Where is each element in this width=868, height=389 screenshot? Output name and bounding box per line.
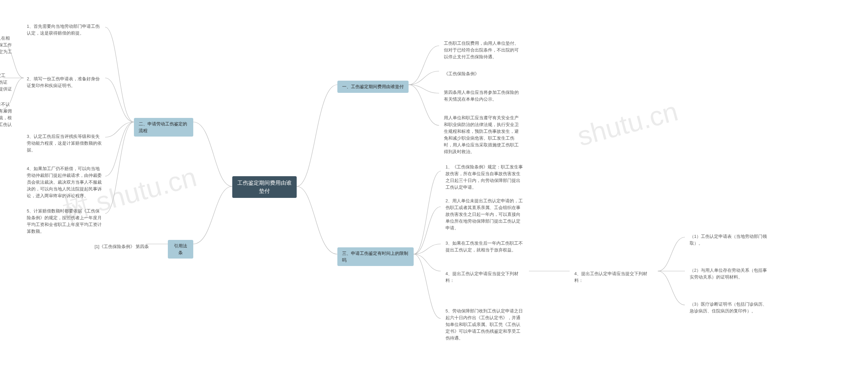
b2-leaf-3: 3、认定工伤后应当评残疾等级和丧失劳动能力程度，这是计算赔偿数额的依据。: [22, 130, 107, 156]
b3-leaf-3: 3、如果在工伤发生后一年内工伤职工不提出工伤认定，就相当于放弃权益。: [441, 237, 529, 256]
b2-leaf-5: 5、计算赔偿数额时都要依据《工伤保险条例》的规定，按照伤者上一年度月平均工资和全…: [22, 205, 107, 238]
branch-1: 一、工伤鉴定期间费用由谁垫付: [337, 81, 409, 93]
branch-law: 引用法条: [168, 240, 193, 259]
b2-sub2-1: （1）如果单位同意工伤就请法人在相关位置签字，盖单位公章。待社保工作人员调查后出…: [0, 32, 17, 65]
watermark: shutu.cn: [574, 96, 681, 152]
b2-sub2-3: （3）还有一种情况老板就是根本不认你是他的工人，就要先请你收集有雇佣关系的相关材…: [0, 98, 17, 138]
b3-sub4-3: （3）医疗诊断证明书（包括门诊病历、急诊病历、住院病历的复印件）。: [685, 298, 773, 317]
connector-lines: [0, 0, 868, 389]
b2-leaf-1: 1、首先需要向当地劳动部门申请工伤认定，这是获得赔偿的前提。: [22, 20, 107, 39]
branch-3-title: 三、申请工伤鉴定有时间上的限制吗: [342, 251, 408, 263]
b3-sub4-caption: 4、提出工伤认定申请应当提交下列材料：: [570, 268, 658, 287]
b2-leaf-2: 2、填写一份工伤申请表，准备好身份证复印件和疾病证明书。: [22, 73, 107, 92]
b3-leaf-2: 2、用人单位未提出工伤认定申请的，工伤职工或者其直系亲属、工会组织在事故伤害发生…: [441, 195, 529, 234]
b1-leaf-2: 《工伤保险条例》: [439, 68, 484, 80]
b3-leaf-1: 1、《工伤保险条例》规定：职工发生事故伤害，所在单位应当自事故伤害发生之日起三十…: [441, 161, 529, 193]
b2-sub2-2: （2）另外一种是单位不同意认定工伤，则由被申请单位提供不是工伤证据，社保机构会根…: [0, 69, 17, 102]
b2-leaf-4: 4、如果加工厂仍不赔偿，可以向当地劳动仲裁部门提起仲裁请求，由仲裁委员会依法裁决…: [22, 163, 107, 202]
b3-sub4-1: （1）工伤认定申请表（当地劳动部门领取）。: [685, 230, 773, 249]
center-node: 工伤鉴定期间费用由谁垫付: [232, 176, 297, 198]
b1-leaf-3: 第四条用人单位应当将参加工伤保险的有关情况在本单位内公示。: [439, 86, 527, 105]
branch-3: 三、申请工伤鉴定有时间上的限制吗: [337, 247, 414, 266]
b1-leaf-1: 工伤职工住院费用，由用人单位垫付。但对于已经符合出院条件，不出院的可以停止支付工…: [439, 37, 527, 63]
branch-2: 二、申请劳动工伤鉴定的流程: [134, 118, 193, 137]
b3-leaf-4: 4、提出工伤认定申请应当提交下列材料：: [441, 268, 529, 287]
law-leaf: [1]《工伤保险条例》 第四条: [90, 241, 154, 253]
branch-1-title: 一、工伤鉴定期间费用由谁垫付: [342, 84, 404, 89]
b3-sub4-2: （2）与用人单位存在劳动关系（包括事实劳动关系）的证明材料。: [685, 264, 773, 283]
branch-law-title: 引用法条: [174, 243, 187, 255]
b1-leaf-4: 用人单位和职工应当遵守有关安全生产和职业病防治的法律法规，执行安全卫生规程和标准…: [439, 112, 527, 158]
center-title: 工伤鉴定期间费用由谁垫付: [237, 179, 292, 195]
b3-leaf-5: 5、劳动保障部门收到工伤认定申请之日起六十日内作出《工伤认定书》，并通知单位和职…: [441, 305, 529, 344]
branch-2-title: 二、申请劳动工伤鉴定的流程: [139, 121, 187, 133]
